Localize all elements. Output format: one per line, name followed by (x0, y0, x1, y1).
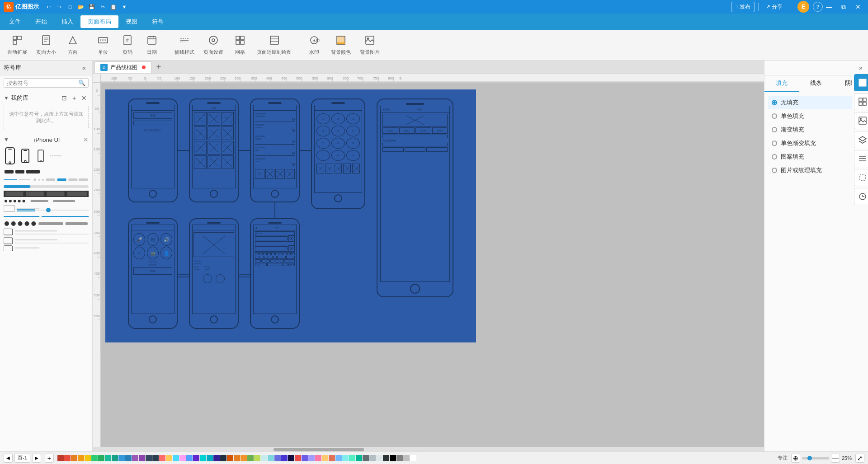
cut-btn[interactable]: ✂ (98, 2, 108, 12)
restore-button[interactable]: ⧉ (837, 2, 850, 12)
add-library-btn[interactable]: + (70, 94, 79, 103)
color-swatch[interactable] (410, 455, 416, 461)
color-swatch[interactable] (349, 455, 355, 461)
tool-guide-style[interactable]: 辅线样式 (171, 33, 198, 57)
tool-grid[interactable]: 网格 (229, 33, 251, 57)
color-swatch[interactable] (78, 455, 84, 461)
color-swatch[interactable] (118, 455, 125, 461)
crop-icon-btn[interactable] (854, 169, 868, 186)
fill-tab[interactable]: 填充 (764, 75, 799, 92)
grid-icon-btn[interactable] (854, 93, 868, 110)
horizontal-scrollbar[interactable] (93, 447, 764, 451)
color-swatch[interactable] (390, 455, 396, 461)
tool-fit-page[interactable]: 页面适应到绘图 (253, 33, 295, 57)
menu-insert[interactable]: 插入 (54, 15, 80, 28)
open-btn[interactable]: 📂 (76, 2, 86, 12)
color-swatch[interactable] (241, 455, 247, 461)
color-swatch[interactable] (383, 455, 389, 461)
close-library-btn[interactable]: ✕ (80, 94, 89, 103)
fill-option-gradient[interactable]: 渐变填充 (768, 123, 864, 136)
color-swatch[interactable] (64, 455, 71, 461)
tool-page-num[interactable]: # 页码 (116, 33, 139, 57)
zoom-slider-thumb[interactable] (807, 456, 812, 460)
color-swatch[interactable] (85, 455, 91, 461)
menu-page-layout[interactable]: 页面布局 (80, 15, 118, 28)
tool-page-setup[interactable]: 页面设置 (200, 33, 227, 57)
save-btn[interactable]: 💾 (87, 2, 97, 12)
close-button[interactable]: ✕ (852, 2, 864, 12)
color-swatch[interactable] (396, 455, 403, 461)
color-swatch[interactable] (376, 455, 382, 461)
color-swatch[interactable] (227, 455, 233, 461)
color-swatch[interactable] (200, 455, 206, 461)
color-swatch[interactable] (329, 455, 335, 461)
tool-auto-expand[interactable]: 自动扩展 (4, 33, 31, 57)
color-swatch[interactable] (213, 455, 220, 461)
minimize-button[interactable]: — (823, 2, 835, 12)
color-swatch[interactable] (247, 455, 254, 461)
zoom-out-icon[interactable]: — (831, 454, 840, 463)
color-swatch[interactable] (193, 455, 199, 461)
color-swatch[interactable] (139, 455, 145, 461)
color-swatch[interactable] (132, 455, 138, 461)
tool-date[interactable]: 日期 (141, 33, 163, 57)
color-swatch[interactable] (166, 455, 172, 461)
tool-direction[interactable]: 方向 (61, 33, 84, 57)
color-swatch[interactable] (173, 455, 179, 461)
fill-option-gradient-solid[interactable]: 单色渐变填充 (768, 136, 864, 150)
page-add-btn[interactable]: + (45, 454, 54, 463)
publish-button[interactable]: ↑ 发布 (731, 2, 755, 12)
specialist-btn[interactable]: 专注 (778, 455, 788, 461)
menu-symbol[interactable]: 符号 (145, 15, 171, 28)
symbol-line-1[interactable] (50, 146, 62, 165)
history-icon-btn[interactable] (854, 188, 868, 205)
zoom-in-icon[interactable]: ⊕ (791, 454, 800, 463)
color-swatch[interactable] (315, 455, 321, 461)
fill-option-solid[interactable]: 单色填充 (768, 109, 864, 123)
color-swatch[interactable] (363, 455, 369, 461)
undo-btn[interactable]: ↩ (43, 2, 53, 12)
fill-option-none[interactable]: 无填充 (768, 96, 864, 109)
color-swatch[interactable] (159, 455, 165, 461)
tab-add-button[interactable]: + (153, 62, 164, 73)
color-swatch[interactable] (281, 455, 288, 461)
color-swatch[interactable] (186, 455, 193, 461)
paste-btn[interactable]: 📋 (108, 2, 118, 12)
color-swatch[interactable] (356, 455, 362, 461)
scrollbar-thumb[interactable] (274, 448, 364, 451)
color-swatch[interactable] (105, 455, 111, 461)
help-button[interactable]: ? (813, 2, 823, 12)
color-swatch[interactable] (295, 455, 301, 461)
more-quick-btn[interactable]: ▼ (119, 2, 129, 12)
layers-icon-btn[interactable] (854, 131, 868, 148)
zoom-slider[interactable] (802, 457, 829, 459)
canvas-tab-main[interactable]: D 产品线框图 (94, 61, 151, 73)
stroke-tab[interactable]: 线条 (799, 75, 833, 92)
canvas-viewport[interactable]: 搜索 关于人机交互设计 搜索 (101, 83, 764, 447)
color-swatch[interactable] (98, 455, 104, 461)
user-avatar[interactable]: E (797, 1, 809, 13)
tool-page-size[interactable]: 页面大小 (33, 33, 60, 57)
color-swatch[interactable] (112, 455, 118, 461)
color-swatch[interactable] (288, 455, 294, 461)
fit-window-btn[interactable]: ⤢ (855, 454, 864, 463)
new-btn[interactable]: □ (65, 2, 75, 12)
color-swatch[interactable] (179, 455, 186, 461)
share-button[interactable]: ↗ 分享 (762, 2, 786, 12)
color-swatch[interactable] (268, 455, 274, 461)
symbol-phone-2[interactable] (19, 146, 32, 165)
search-icon[interactable]: 🔍 (78, 80, 85, 86)
color-swatch[interactable] (207, 455, 213, 461)
color-swatch[interactable] (335, 455, 342, 461)
search-input[interactable] (7, 80, 78, 86)
color-swatch[interactable] (308, 455, 315, 461)
tool-watermark[interactable]: 水印 水印 (303, 33, 326, 57)
color-swatch[interactable] (254, 455, 260, 461)
tool-bg-image[interactable]: 背景图片 (356, 33, 383, 57)
color-swatch[interactable] (261, 455, 267, 461)
color-swatch[interactable] (234, 455, 240, 461)
color-swatch[interactable] (152, 455, 159, 461)
symbol-phone-1[interactable] (4, 146, 16, 165)
panel-collapse-btn[interactable]: « (80, 63, 89, 72)
color-swatch[interactable] (369, 455, 376, 461)
